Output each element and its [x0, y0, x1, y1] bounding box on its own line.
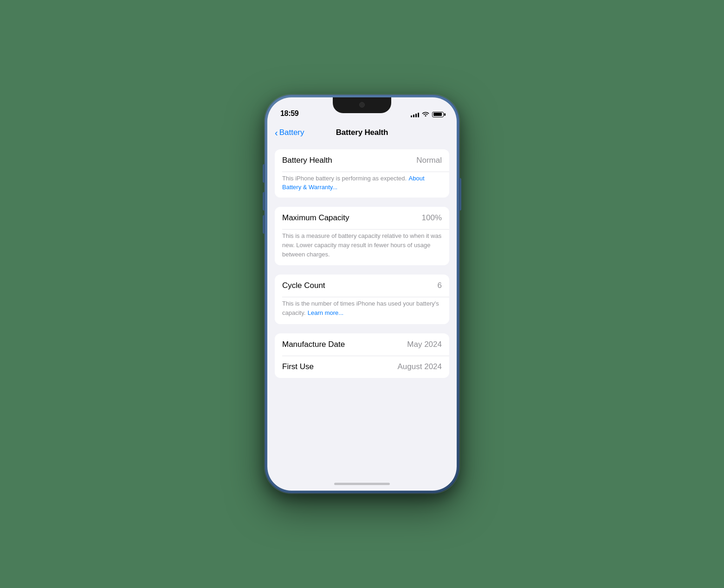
status-icons — [411, 111, 444, 118]
back-button[interactable]: ‹ Battery — [275, 128, 304, 137]
manufacture-date-value: May 2024 — [407, 340, 442, 349]
cycle-count-row: Cycle Count 6 — [275, 275, 449, 297]
battery-health-card: Battery Health Normal This iPhone batter… — [275, 149, 449, 198]
cycle-count-description: This is the number of times iPhone has u… — [275, 297, 449, 324]
first-use-value: August 2024 — [398, 362, 442, 371]
status-time: 18:59 — [280, 109, 298, 118]
home-bar — [334, 483, 390, 485]
back-label: Battery — [279, 128, 304, 137]
battery-status-icon — [432, 112, 444, 117]
manufacture-date-label: Manufacture Date — [282, 340, 345, 349]
back-chevron-icon: ‹ — [275, 128, 278, 137]
maximum-capacity-label: Maximum Capacity — [282, 213, 349, 223]
notch — [333, 97, 391, 113]
first-use-label: First Use — [282, 362, 314, 371]
camera — [359, 102, 365, 108]
cycle-count-value: 6 — [438, 281, 442, 290]
main-content: Battery Health Normal This iPhone batter… — [267, 144, 457, 477]
phone-screen: 18:59 — [267, 97, 457, 491]
battery-health-desc-text: This iPhone battery is performing as exp… — [282, 175, 407, 182]
page-title: Battery Health — [336, 128, 388, 137]
screen-content: 18:59 — [267, 97, 457, 491]
battery-health-row: Battery Health Normal — [275, 149, 449, 172]
cycle-count-learn-more-link[interactable]: Learn more... — [308, 309, 343, 316]
maximum-capacity-value: 100% — [422, 213, 442, 223]
cycle-count-label: Cycle Count — [282, 281, 325, 290]
battery-health-value: Normal — [416, 156, 442, 165]
maximum-capacity-row: Maximum Capacity 100% — [275, 207, 449, 229]
maximum-capacity-card: Maximum Capacity 100% This is a measure … — [275, 207, 449, 265]
manufacture-date-row: Manufacture Date May 2024 — [275, 333, 449, 356]
maximum-capacity-description: This is a measure of battery capacity re… — [275, 230, 449, 266]
cycle-count-card: Cycle Count 6 This is the number of time… — [275, 275, 449, 324]
maximum-capacity-desc-text: This is a measure of battery capacity re… — [282, 232, 441, 258]
phone-device: 18:59 — [265, 95, 459, 493]
wifi-icon — [422, 111, 429, 118]
nav-bar: ‹ Battery Battery Health — [267, 121, 457, 144]
home-indicator — [267, 477, 457, 491]
cycle-count-desc-text: This is the number of times iPhone has u… — [282, 300, 439, 316]
battery-health-label: Battery Health — [282, 156, 332, 165]
first-use-row: First Use August 2024 — [275, 356, 449, 378]
signal-icon — [411, 112, 419, 117]
dates-card: Manufacture Date May 2024 First Use Augu… — [275, 333, 449, 378]
battery-health-description: This iPhone battery is performing as exp… — [275, 172, 449, 198]
